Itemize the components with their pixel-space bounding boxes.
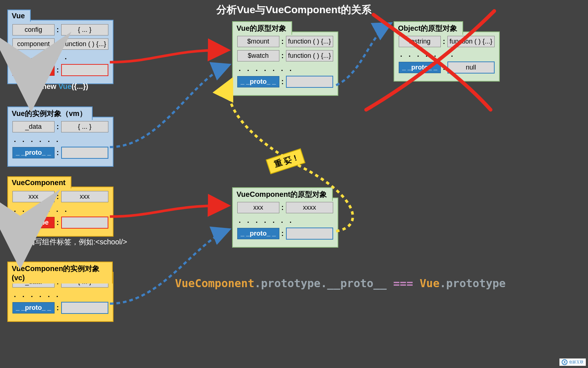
prototype-row: prototype :: [12, 64, 108, 76]
colon: :: [279, 37, 286, 46]
prop-key: config: [12, 24, 55, 35]
prop-key: component: [12, 38, 55, 50]
box-header: Vue: [7, 10, 31, 22]
vuecomponent-prototype-box: VueComponent的原型对象 xxx : xxxx . . . . . .…: [232, 198, 338, 248]
code-token: VueComponent: [175, 277, 254, 290]
vuecomponent-constructor-box: VueComponent xxx : xxx . . . . . . . pro…: [7, 187, 113, 237]
prop-val: { ... }: [61, 24, 109, 35]
ellipsis: . . . . . . .: [14, 205, 108, 214]
vuecomponent-instance-box: VueComponen的实例对象(vc) _data : { ... } . .…: [7, 272, 113, 322]
args: ({...}): [71, 82, 88, 90]
proto-val-empty: [61, 302, 109, 314]
proto-row: _ _proto_ _ :: [237, 228, 333, 240]
box-header: Vue的原型对象: [232, 21, 292, 35]
colon: :: [279, 203, 286, 212]
colon: :: [55, 192, 61, 201]
prop-val: function ( ) {...}: [61, 38, 109, 50]
prop-row: config : { ... }: [12, 24, 108, 35]
proto-chain-equation: VueComponent.prototype.__proto__ === Vue…: [175, 277, 506, 290]
colon: :: [441, 63, 447, 72]
prop-val: { ... }: [61, 121, 109, 132]
colon: :: [279, 229, 286, 238]
prop-row: $watch : function ( ) {...}: [237, 50, 333, 61]
code-token: Vue: [420, 277, 439, 290]
colon: :: [279, 52, 286, 60]
box-header: Vue的实例对象（vm）: [7, 106, 93, 120]
prop-key: $mount: [237, 36, 279, 47]
vue-identifier: Vue: [58, 82, 71, 90]
colon: :: [55, 304, 61, 312]
code-dot: .: [440, 277, 446, 290]
watermark: X 创新互联: [559, 358, 586, 366]
colon: :: [55, 149, 61, 157]
colon: :: [55, 218, 61, 227]
important-badge: 重 要 !: [266, 149, 305, 174]
ellipsis: . . . . . . .: [14, 53, 108, 61]
prop-key: _data: [12, 121, 55, 132]
prototype-key: prototype: [12, 217, 55, 228]
prop-row: xxx : xxx: [12, 191, 108, 202]
ellipsis: . . . . . .: [14, 135, 108, 144]
code-dot: .: [320, 277, 327, 290]
proto-key: _ _proto_ _: [237, 228, 279, 239]
box-header: VueComponen的实例对象(vc): [7, 262, 113, 283]
prop-key: tostring: [399, 36, 441, 47]
proto-key: _ _proto_ _: [237, 76, 279, 87]
colon: :: [441, 37, 447, 46]
prototype-row: prototype :: [12, 217, 108, 229]
proto-val-empty: [61, 147, 109, 159]
proto-row: _ _proto_ _ :: [237, 76, 333, 88]
proto-row: _ _proto_ _ :: [12, 147, 108, 159]
ellipsis: . . . . . . .: [239, 216, 333, 225]
prop-row: xxx : xxxx: [237, 202, 333, 213]
colon: :: [55, 26, 61, 34]
prop-val: xxxx: [286, 202, 334, 213]
vm-instance-box: Vue的实例对象（vm） _data : { ... } . . . . . .…: [7, 117, 113, 167]
box-header: Object的原型对象: [394, 21, 463, 35]
ellipsis: . . . . . . .: [400, 50, 495, 59]
vue-constructor-box: Vue config : { ... } component : functio…: [7, 20, 113, 84]
new-vue-label: new Vue({...}): [42, 82, 88, 91]
prop-row: tostring : function ( ) {...}: [399, 36, 495, 47]
watermark-text: 创新互联: [569, 360, 584, 365]
code-dot: .: [254, 277, 261, 290]
prop-key: $watch: [237, 50, 279, 61]
proto-val-empty: [286, 76, 334, 88]
box-header: VueComponent的原型对象: [232, 187, 333, 201]
prototype-val-empty: [61, 64, 109, 76]
prototype-key: prototype: [12, 64, 55, 76]
object-prototype-box: Object的原型对象 tostring : function ( ) {...…: [394, 31, 500, 82]
prop-key: xxx: [12, 191, 55, 202]
proto-key: _ _proto_ _: [12, 302, 55, 313]
write-tag-label: 编写组件标签，例如:<school/>: [27, 237, 127, 247]
prop-key: xxx: [237, 202, 279, 213]
prototype-val-empty: [61, 217, 109, 229]
prop-val: function ( ) {...}: [286, 36, 334, 47]
prop-row: component : function ( ) {...}: [12, 38, 108, 50]
box-header: VueComponent: [7, 176, 71, 188]
diagram-title: 分析Vue与VueComponent的关系: [0, 3, 588, 17]
ellipsis: . . . . . . .: [239, 64, 333, 73]
colon: :: [55, 66, 61, 74]
code-token: prototype: [261, 277, 321, 290]
code-token: prototype: [446, 277, 506, 290]
proto-val: null: [447, 61, 495, 74]
prop-row: _data : { ... }: [12, 121, 108, 132]
colon: :: [55, 40, 61, 48]
prop-val: xxx: [61, 191, 109, 202]
code-eq: ===: [387, 277, 420, 290]
ellipsis: . . . . . .: [14, 290, 108, 299]
colon: :: [279, 78, 286, 86]
proto-key: _ _proto_ _: [399, 62, 441, 73]
colon: :: [55, 123, 61, 131]
proto-val-empty: [286, 228, 334, 240]
code-token: __proto__: [327, 277, 387, 290]
proto-key: _ _proto_ _: [12, 147, 55, 158]
new-keyword: new: [42, 82, 58, 90]
proto-row: _ _proto_ _ :: [12, 302, 108, 314]
prop-val: function ( ) {...}: [286, 50, 334, 61]
vue-prototype-box: Vue的原型对象 $mount : function ( ) {...} $wa…: [232, 31, 338, 96]
proto-row: _ _proto_ _ : null: [399, 61, 495, 74]
prop-val: function ( ) {...}: [447, 36, 495, 47]
watermark-icon: X: [562, 359, 567, 365]
